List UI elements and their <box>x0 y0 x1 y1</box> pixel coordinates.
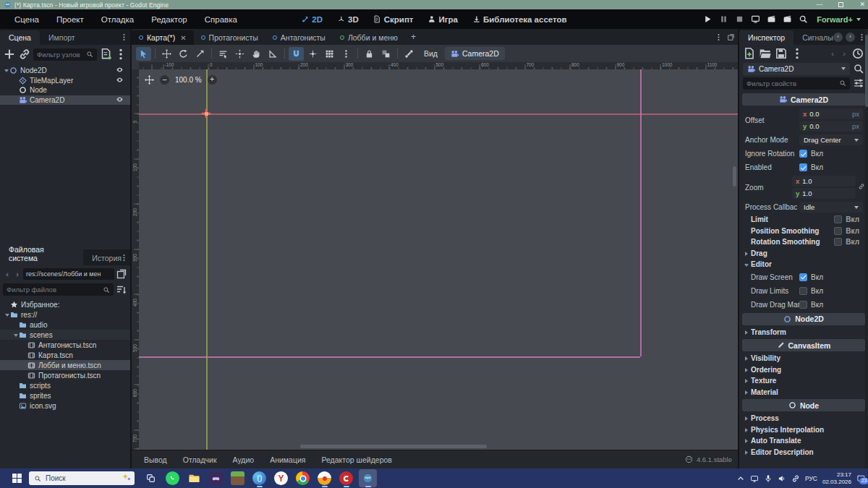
file-item-scripts[interactable]: scripts <box>0 380 130 390</box>
ruler-tool[interactable] <box>265 47 281 61</box>
zoom-out-button[interactable]: – <box>160 75 169 85</box>
language-indicator[interactable]: РУС <box>805 475 817 482</box>
file-sort-button[interactable] <box>116 283 127 296</box>
checkbox[interactable] <box>834 215 842 223</box>
profiler-button[interactable] <box>795 12 811 27</box>
checkbox[interactable] <box>799 163 807 171</box>
file-item-sprites[interactable]: sprites <box>0 390 130 401</box>
file-item-scenes[interactable]: scenes <box>0 330 130 340</box>
property-tools-button[interactable] <box>853 77 864 90</box>
scale-tool[interactable] <box>192 47 208 61</box>
visibility-eye-icon[interactable] <box>116 76 127 85</box>
horizontal-scrollbar[interactable] <box>139 445 738 448</box>
file-item-Протагонисты.tscn[interactable]: Протагонисты.tscn <box>0 370 130 380</box>
checkbox[interactable] <box>799 273 807 281</box>
lock-node-button[interactable] <box>362 47 377 61</box>
camera2d-context-button[interactable]: Camera2D <box>445 47 505 60</box>
section-Node2D[interactable]: Node2D <box>742 313 865 325</box>
movie-maker-button[interactable] <box>763 12 779 27</box>
scene-tab-Лобби и меню[interactable]: Лобби и меню <box>333 30 405 45</box>
close-button[interactable]: ✕ <box>859 0 865 9</box>
workspace-2D[interactable]: 2D <box>295 13 328 26</box>
toggle-split-mode-button[interactable] <box>116 267 127 281</box>
start-button[interactable] <box>7 470 26 487</box>
snap-menu[interactable] <box>339 47 354 61</box>
remote-debug-button[interactable] <box>747 12 763 27</box>
taskbar-app-whatsapp[interactable] <box>163 469 182 487</box>
file-item-Лобби и меню.tscn[interactable]: Лобби и меню.tscn <box>0 360 130 370</box>
instance-scene-button[interactable] <box>18 48 31 61</box>
taskbar-search-input[interactable]: Поиск ✦✦ <box>29 471 135 485</box>
taskbar-app-explorer[interactable] <box>185 469 203 487</box>
prev-object-button[interactable]: ‹ <box>833 33 843 42</box>
save-resource-button[interactable] <box>775 47 788 60</box>
property-material[interactable]: Material <box>742 387 865 398</box>
workspace-Игра[interactable]: Игра <box>422 13 464 26</box>
scene-node-TileMapLayer[interactable]: TileMapLayer <box>0 76 130 86</box>
link-values-icon[interactable] <box>858 183 865 192</box>
play-button[interactable] <box>699 12 715 27</box>
property-limit[interactable]: LimitВкл <box>742 214 865 226</box>
camera2d-gizmo[interactable] <box>202 109 211 119</box>
filter-properties-input[interactable]: Фильтр свойств <box>743 77 850 90</box>
bottom-panel-Редактор шейдеров[interactable]: Редактор шейдеров <box>313 455 399 464</box>
canvas-area[interactable]: – 100.0 % + <box>139 69 738 450</box>
zoom-in-button[interactable]: + <box>208 75 217 85</box>
open-docs-button[interactable] <box>853 62 864 75</box>
history-back-button[interactable]: ‹ <box>828 49 837 58</box>
stop-button[interactable] <box>731 12 747 27</box>
property-visibility[interactable]: Visibility <box>742 353 865 364</box>
tray-chevron-up-icon[interactable] <box>736 474 745 483</box>
attach-script-button[interactable] <box>99 48 112 61</box>
property-rotation-smoothing[interactable]: Rotation SmoothingВкл <box>742 236 865 248</box>
nav-forward-button[interactable]: › <box>13 270 22 278</box>
skeleton-options[interactable] <box>401 47 417 61</box>
taskbar-app-yandex-browser[interactable]: Y <box>272 469 290 487</box>
taskbar-app-phone-link[interactable] <box>250 469 268 487</box>
scene-tab-Протагонисты[interactable]: Протагонисты <box>194 30 265 45</box>
grid-snap-toggle[interactable] <box>305 47 320 61</box>
center-view-icon[interactable] <box>145 75 154 85</box>
filter-files-input[interactable]: Фильтр файлов <box>3 283 114 296</box>
pause-button[interactable] <box>715 12 731 27</box>
microphone-icon[interactable] <box>764 474 773 483</box>
movie-writer-button[interactable] <box>779 12 795 27</box>
object-history-button[interactable] <box>851 47 864 60</box>
next-object-button[interactable]: › <box>846 33 855 42</box>
section-Camera2D[interactable]: Camera2D <box>742 93 865 106</box>
smart-snap-toggle[interactable] <box>289 47 304 61</box>
checkbox[interactable] <box>834 227 842 235</box>
resource-menu-button[interactable] <box>791 47 804 60</box>
nav-back-button[interactable]: ‹ <box>3 270 12 278</box>
minimize-button[interactable]: — <box>816 0 822 9</box>
history-forward-button[interactable]: › <box>840 49 848 58</box>
property-transform[interactable]: Transform <box>742 327 865 338</box>
snap-options[interactable] <box>322 47 337 61</box>
inspector-scrollbar[interactable] <box>865 29 868 468</box>
workspace-Библиотека ассетов[interactable]: Библиотека ассетов <box>467 13 573 26</box>
group-node-button[interactable] <box>378 47 393 61</box>
move-tool[interactable] <box>159 47 174 61</box>
file-item-icon.svg[interactable]: icon.svg <box>0 401 130 411</box>
path-input[interactable]: res://scenes/Лобби и мен <box>23 268 114 280</box>
checkbox[interactable] <box>799 301 807 309</box>
zoom-level[interactable]: 100.0 % <box>175 76 202 84</box>
menu-Отладка[interactable]: Отладка <box>93 12 142 27</box>
property-position-smoothing[interactable]: Position SmoothingВкл <box>742 226 865 237</box>
viewport-2d[interactable]: -100010020030040050060070080090010001100… <box>132 62 738 450</box>
new-scene-tab-button[interactable]: + <box>405 29 422 45</box>
taskbar-app-minecraft[interactable] <box>229 469 247 487</box>
scene-node-Node[interactable]: Node <box>0 85 130 95</box>
taskbar-app-task-view[interactable] <box>142 469 160 487</box>
property-process[interactable]: Process <box>742 413 865 424</box>
scene-tree-menu-button[interactable] <box>114 48 127 61</box>
property-physics-interpolation[interactable]: Physics Interpolation <box>742 424 865 436</box>
notification-center-button[interactable]: 23 <box>856 474 865 483</box>
close-icon[interactable]: ✕ <box>180 34 186 42</box>
taskbar-app-opera-red[interactable] <box>337 469 355 487</box>
file-item-Карта.tscn[interactable]: Карта.tscn <box>0 350 130 360</box>
workspace-3D[interactable]: 3D <box>331 13 365 26</box>
vertical-scrollbar[interactable] <box>733 69 736 450</box>
menu-Сцена[interactable]: Сцена <box>6 12 48 27</box>
edit-pivot-tool[interactable] <box>232 47 247 61</box>
